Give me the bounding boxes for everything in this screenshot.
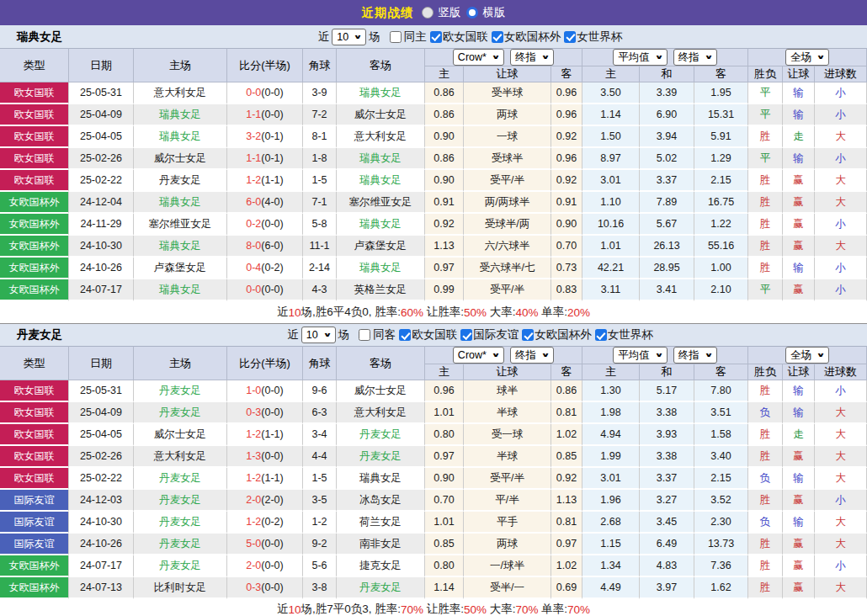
home-team-cell: 丹麦女足 (134, 380, 227, 402)
avg-away-odds-cell: 3.40 (694, 446, 748, 468)
odds-group-header: 全场∨ (748, 48, 867, 66)
half-time-score: (1-1) (261, 174, 283, 186)
home-team-name: 瑞典女足 (159, 109, 201, 120)
away-odds-cell: 0.69 (551, 577, 582, 599)
recent-count-select[interactable]: 10∨ (332, 29, 366, 45)
half-time-score: (2-0) (261, 494, 283, 506)
chevron-down-icon: ∨ (654, 55, 663, 61)
away-team-name: 卢森堡女足 (354, 240, 407, 252)
away-odds-cell: 0.85 (551, 446, 582, 468)
chevron-down-icon: ∨ (654, 353, 663, 358)
unselected-layout-radio[interactable] (422, 7, 434, 19)
goals-result-cell: 小 (815, 104, 867, 126)
odds-source-select[interactable]: Crow*∨ (453, 49, 504, 66)
home-team-name: 比利时女足 (154, 581, 207, 593)
avg-draw-odds-cell: 3.94 (640, 126, 694, 148)
handicap-cell: 半球 (464, 402, 551, 424)
away-odds-cell: 0.96 (551, 82, 582, 104)
match-row: 欧女国联25-02-26威尔士女足1-1(0-1)1-8瑞典女足0.86受球半0… (0, 148, 867, 170)
select-value: 10 (337, 31, 348, 43)
same-venue-checkbox[interactable] (359, 329, 370, 341)
page-title: 近期战绩 (362, 5, 414, 21)
recent-count-select[interactable]: 10∨ (301, 327, 336, 343)
avg-away-odds-cell: 55.16 (694, 236, 748, 258)
score-cell: 2-0(2-0) (227, 490, 303, 512)
final-odds-select[interactable]: 终指∨ (673, 49, 717, 66)
match-result-cell: 胜 (748, 380, 783, 402)
league-type-cell: 国际友谊 (0, 490, 69, 512)
home-team-name: 卢森堡女足 (154, 262, 207, 273)
score-cell: 1-3(0-0) (227, 446, 303, 468)
avg-home-odds-cell: 4.49 (582, 577, 640, 599)
column-header: 胜负 (748, 364, 783, 380)
final-odds-select[interactable]: 终指∨ (673, 347, 717, 364)
away-team-name: 威尔士女足 (354, 109, 407, 120)
away-team-name: 意大利女足 (354, 406, 407, 418)
team-name: 丹麦女足 (17, 327, 62, 343)
date-cell: 24-07-17 (69, 279, 134, 301)
full-time-score: 0-3 (246, 406, 261, 418)
column-header: 日期 (69, 346, 134, 380)
odds-group-header: Crow*∨终指∨ (425, 48, 582, 66)
match-result-cell: 胜 (748, 555, 783, 577)
league-checkbox[interactable] (595, 329, 607, 341)
full-match-select[interactable]: 全场∨ (785, 49, 829, 66)
date-cell: 25-04-05 (69, 424, 134, 446)
away-team-name: 丹麦女足 (359, 581, 402, 593)
goals-result-cell: 大 (815, 236, 867, 258)
home-team-name: 威尔士女足 (154, 428, 207, 440)
handicap-cell: 受半球 (464, 82, 551, 104)
average-odds-select[interactable]: 平均值∨ (613, 347, 668, 364)
league-checkbox-label: 女世界杯 (608, 327, 653, 343)
league-type-cell: 欧女国联 (0, 402, 69, 424)
half-time-score: (0-0) (261, 385, 283, 396)
half-time-score: (0-0) (261, 218, 283, 230)
handicap-cell: 一球 (464, 126, 551, 148)
final-odds-select[interactable]: 终指∨ (510, 49, 554, 66)
goals-result-cell: 小 (815, 279, 867, 301)
home-odds-cell: 0.80 (425, 555, 464, 577)
home-team-cell: 瑞典女足 (134, 236, 227, 258)
date-cell: 25-04-05 (69, 126, 134, 148)
handicap-cell: 受半/一 (464, 577, 551, 599)
half-time-score: (0-2) (261, 262, 283, 273)
home-team-cell: 丹麦女足 (134, 512, 227, 534)
league-checkbox[interactable] (399, 329, 411, 341)
column-header: 客 (551, 364, 582, 380)
home-team-cell: 瑞典女足 (134, 279, 227, 301)
score-cell: 0-2(0-0) (227, 214, 303, 236)
match-row: 欧女国联25-05-31意大利女足0-0(0-0)3-9瑞典女足0.86受半球0… (0, 82, 867, 104)
same-venue-checkbox[interactable] (390, 31, 402, 43)
away-team-cell: 英格兰女足 (337, 279, 425, 301)
league-type-cell: 女欧国杯外 (0, 555, 69, 577)
match-result-cell: 胜 (748, 424, 783, 446)
goals-result-cell: 大 (815, 577, 867, 599)
match-result-cell: 平 (748, 279, 783, 301)
selected-layout-radio[interactable] (466, 7, 478, 19)
league-checkbox[interactable] (492, 31, 503, 43)
home-team-cell: 丹麦女足 (134, 555, 227, 577)
goals-result-cell: 小 (815, 148, 867, 170)
column-header: 胜负 (748, 66, 783, 82)
league-type-cell: 欧女国联 (0, 468, 69, 490)
odds-source-select[interactable]: Crow*∨ (453, 347, 504, 364)
column-header: 类型 (0, 346, 69, 380)
away-team-cell: 丹麦女足 (337, 446, 425, 468)
league-checkbox[interactable] (460, 329, 472, 341)
handicap-result-cell: 输 (783, 258, 815, 279)
handicap-cell: 受球半/两 (464, 214, 551, 236)
league-checkbox[interactable] (522, 329, 534, 341)
full-match-select[interactable]: 全场∨ (785, 347, 829, 364)
home-team-cell: 威尔士女足 (134, 424, 227, 446)
score-cell: 1-2(1-1) (227, 424, 303, 446)
average-odds-select[interactable]: 平均值∨ (613, 49, 668, 66)
away-team-name: 丹麦女足 (359, 450, 402, 462)
league-checkbox[interactable] (564, 31, 576, 43)
league-checkbox[interactable] (430, 31, 442, 43)
final-odds-select[interactable]: 终指∨ (510, 347, 554, 364)
select-group: 全场∨ (748, 49, 866, 66)
handicap-result-cell: 输 (783, 468, 815, 490)
away-team-cell: 塞尔维亚女足 (337, 192, 425, 214)
table-head-row: 类型日期主场比分(半场)角球客场Crow*∨终指∨平均值∨终指∨全场∨ (0, 346, 867, 364)
away-team-cell: 捷克女足 (337, 555, 425, 577)
